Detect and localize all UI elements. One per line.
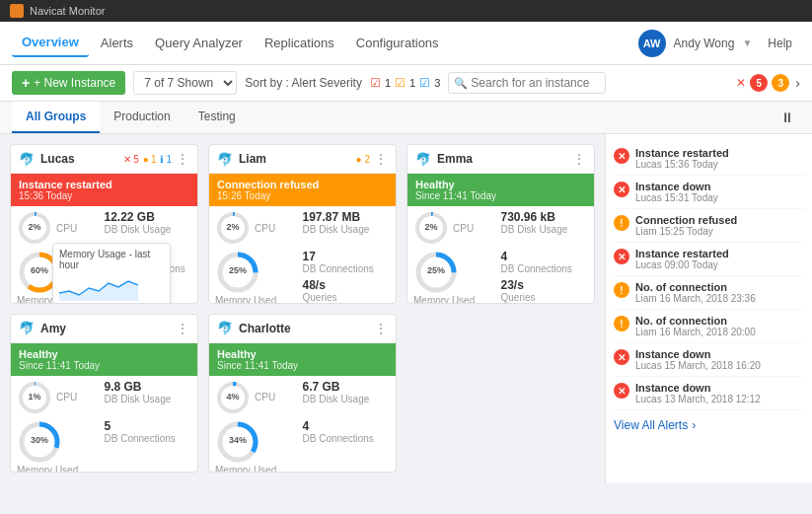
- amy-disk-value: 9.8 GB: [105, 380, 192, 394]
- lucas-more-btn[interactable]: ⋮: [176, 151, 189, 167]
- search-input[interactable]: [448, 72, 606, 94]
- liam-status: Connection refused 15:26 Today: [209, 174, 396, 206]
- view-all-alerts[interactable]: View All Alerts ›: [614, 410, 804, 434]
- emma-memory-pct: 25%: [413, 265, 459, 275]
- lucas-disk: 12.22 GB DB Disk Usage: [105, 210, 192, 246]
- emma-cpu: 2% CPU: [413, 210, 501, 246]
- nav-replications[interactable]: Replications: [255, 30, 344, 56]
- search-icon: 🔍: [454, 77, 468, 90]
- alert-severity-icon: !: [614, 215, 629, 231]
- info-count: 3: [434, 77, 440, 89]
- emma-conn-value: 4: [501, 250, 589, 263]
- charlotte-memory-wrap: 34% Memory Used: [215, 419, 303, 474]
- instance-card-charlotte: 🐬 Charlotte ⋮ Healthy Since 11:41 Today: [208, 314, 397, 474]
- alert-sub: Lucas 15 March, 2018 16:20: [635, 360, 761, 371]
- alert-severity-icon: ✕: [614, 249, 629, 264]
- alert-severity-icon: !: [614, 282, 629, 298]
- amy-memory-pct: 30%: [17, 435, 62, 445]
- charlotte-disk-label: DB Disk Usage: [303, 394, 391, 404]
- info-checkbox-icon[interactable]: ☑: [419, 76, 430, 90]
- charlotte-status: Healthy Since 11:41 Today: [209, 343, 396, 376]
- liam-cpu-wrap: 2% CPU: [215, 210, 303, 246]
- charlotte-cpu-label: 4%: [215, 392, 251, 402]
- lucas-cpu-label: 2%: [17, 222, 52, 232]
- alert-sub: Lucas 13 March, 2018 12:12: [635, 394, 761, 404]
- charlotte-name: Charlotte: [239, 322, 291, 335]
- alert-item: ✕Instance restartedLucas 15:36 Today: [614, 142, 804, 176]
- app-icon: [10, 4, 24, 18]
- charlotte-status-time: Since 11:41 Today: [217, 360, 388, 371]
- alert-item: !Connection refusedLiam 15:25 Today: [614, 209, 804, 243]
- emma-memory-label: Memory Used: [413, 295, 501, 304]
- lucas-cpu: 2% CPU: [17, 210, 105, 246]
- amy-mid: 30% Memory Used 5 DB Connections: [11, 417, 197, 474]
- amy-disk: 9.8 GB DB Disk Usage: [105, 380, 192, 415]
- amy-more-btn[interactable]: ⋮: [176, 321, 189, 336]
- help-button[interactable]: Help: [760, 33, 800, 54]
- alert-title: Instance restarted: [635, 147, 729, 159]
- emma-more-btn[interactable]: ⋮: [572, 151, 586, 167]
- amy-status-text: Healthy: [19, 348, 189, 360]
- lucas-name: Lucas: [40, 152, 75, 166]
- alert-text: Instance downLucas 15:31 Today: [635, 181, 718, 203]
- nav-configurations[interactable]: Configurations: [346, 30, 449, 56]
- alert-text: Instance downLucas 13 March, 2018 12:12: [635, 382, 761, 404]
- lucas-badges: ✕ 5 ● 1 ℹ 1 ⋮: [123, 151, 189, 167]
- emma-memory-donut: 25%: [413, 250, 459, 295]
- pause-button[interactable]: ⏸: [775, 104, 800, 131]
- emma-cpu-text: CPU: [453, 223, 474, 234]
- liam-badges: ● 2 ⋮: [356, 151, 388, 167]
- emma-status-text: Healthy: [415, 179, 586, 190]
- amy-memory-donut: 30%: [17, 419, 62, 465]
- alert-sub: Liam 16 March, 2018 20:00: [635, 327, 756, 337]
- user-name: Andy Wong: [674, 37, 735, 50]
- alert-title: Instance restarted: [635, 248, 729, 259]
- alert-text: Instance downLucas 15 March, 2018 16:20: [635, 348, 761, 371]
- emma-name: Emma: [437, 152, 473, 166]
- nav-menu: Overview Alerts Query Analyzer Replicati…: [12, 29, 449, 57]
- liam-disk: 197.87 MB DB Disk Usage: [303, 210, 391, 246]
- warning-checkbox-icon[interactable]: ☑: [395, 76, 406, 90]
- emma-badges: ⋮: [572, 151, 586, 167]
- nav-query-analyzer[interactable]: Query Analyzer: [145, 30, 253, 56]
- liam-more-btn[interactable]: ⋮: [374, 151, 388, 167]
- alert-text: No. of connectionLiam 16 March, 2018 23:…: [635, 281, 756, 304]
- user-dropdown-icon[interactable]: ▼: [742, 37, 752, 48]
- titlebar: Navicat Monitor: [0, 0, 812, 22]
- tab-testing[interactable]: Testing: [185, 102, 250, 133]
- user-avatar[interactable]: AW: [638, 30, 666, 57]
- toolbar-right: ✕ 5 3 ›: [736, 74, 800, 92]
- amy-connections: 5 DB Connections: [105, 419, 192, 474]
- error-checkbox-icon[interactable]: ☑: [370, 76, 381, 90]
- liam-name: Liam: [239, 152, 266, 166]
- lucas-mid-metrics: 60% Memory Used Memory Usage - last hour…: [11, 248, 197, 304]
- liam-query-label: Queries: [303, 292, 391, 303]
- lucas-warning-badge: ● 1: [143, 154, 157, 165]
- tab-production[interactable]: Production: [100, 102, 184, 133]
- nav-alerts[interactable]: Alerts: [91, 30, 143, 56]
- charlotte-conn-value: 4: [303, 419, 391, 433]
- lucas-status: Instance restarted 15:36 Today: [11, 174, 197, 206]
- sort-label: Sort by : Alert Severity: [245, 76, 362, 90]
- nav-right: AW Andy Wong ▼ Help: [638, 30, 800, 57]
- alert-item: ✕Instance downLucas 15 March, 2018 16:20: [614, 343, 804, 377]
- amy-conn-label: DB Connections: [105, 433, 192, 444]
- nav-overview[interactable]: Overview: [12, 29, 89, 57]
- emma-status-time: Since 11:41 Today: [415, 190, 586, 201]
- view-all-label: View All Alerts: [614, 418, 688, 432]
- new-instance-button[interactable]: + New Instance: [12, 71, 125, 95]
- filter-select[interactable]: 7 of 7 Shown: [133, 71, 237, 95]
- emma-query-label: Queries: [501, 292, 589, 303]
- next-arrow[interactable]: ›: [795, 75, 800, 91]
- liam-cpu: 2% CPU: [215, 210, 303, 246]
- alert-title: No. of connection: [635, 315, 756, 327]
- charlotte-more-btn[interactable]: ⋮: [374, 321, 388, 336]
- tab-all-groups[interactable]: All Groups: [12, 102, 100, 133]
- alert-item: ✕Instance downLucas 15:31 Today: [614, 176, 804, 209]
- charlotte-cpu-donut: 4%: [215, 380, 251, 415]
- card-header-lucas: 🐬 Lucas ✕ 5 ● 1 ℹ 1 ⋮: [11, 145, 197, 174]
- instance-card-liam: 🐬 Liam ● 2 ⋮ Connection refused 15:26 To…: [208, 144, 397, 304]
- liam-conn-value: 17: [303, 250, 391, 263]
- view-all-arrow: ›: [692, 418, 696, 432]
- amy-cpu-label: 1%: [17, 392, 52, 402]
